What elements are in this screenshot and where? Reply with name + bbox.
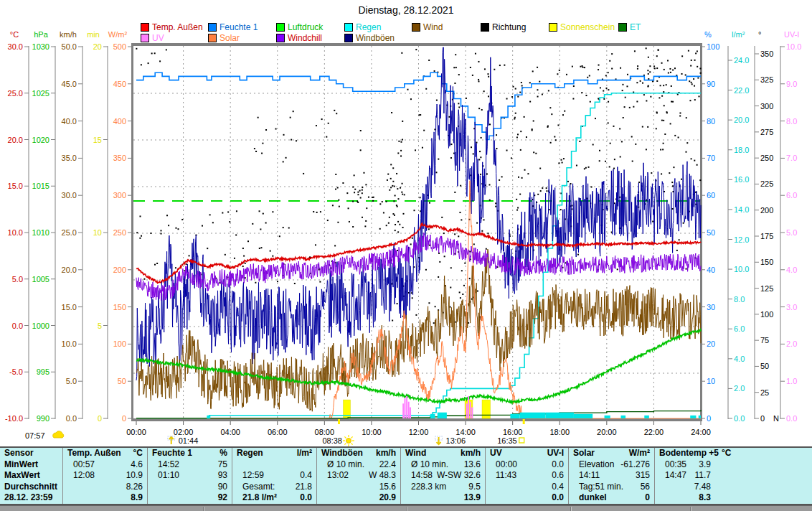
table-col-sensor: SensorMinWertMaxWertDurchschnitt28.12. 2…: [0, 448, 63, 504]
axis-tick-label: 8.0: [734, 295, 745, 304]
axis-tick-label: 6.0: [786, 191, 797, 200]
axis-tick-label: 4.0: [734, 355, 745, 363]
table-cell-value: W-SW 32.6: [435, 470, 481, 482]
axis-tick-label: 10.0: [62, 339, 77, 348]
x-tick-label: 12:00: [409, 428, 429, 436]
axis-tick-label: 150: [113, 303, 126, 311]
series-feuchte1: [136, 72, 701, 139]
astro-event-moonrise: 01:44: [168, 436, 199, 445]
axis-tick-label: 14.0: [734, 205, 749, 214]
table-row-label: MinWert: [4, 459, 38, 471]
table-cell-value: 3.9: [689, 459, 808, 471]
table-cell-value: 9.5: [449, 482, 481, 493]
axis-tick-label: 15.0: [8, 182, 23, 190]
table-col-solar: SolarW/m²Elevation-61.27614:11315Tag:51 …: [569, 448, 655, 504]
axis-tick-label: 1.0: [786, 377, 797, 385]
axis-tick-label: 0: [98, 414, 102, 423]
axis-tick-label: 0.0: [12, 322, 23, 330]
table-group-title: Solar: [573, 448, 595, 459]
table-col-wind: Windkm/hØ 10 min.13.614:58W-SW 32.6228.3…: [401, 448, 486, 504]
axis-tick-label: 30.0: [62, 191, 77, 200]
axis-tick-label: 5.0: [786, 228, 797, 237]
axis-tick-label: 50: [707, 228, 715, 237]
table-cell-time: 13:02: [321, 470, 349, 482]
axis-tick-label: 50.0: [62, 42, 77, 51]
axis-tick-label: 0: [760, 414, 765, 423]
axis-tick-label: 22.0: [734, 86, 749, 95]
table-cell-time: 01:10: [152, 470, 179, 482]
axis-tick-label: 25.0: [62, 228, 77, 237]
axis-tick-label: 0: [707, 414, 711, 423]
axis-tick-label: 20.0: [62, 266, 77, 274]
axis-Wm: 050100150200250300350400450500W/m²: [108, 30, 132, 423]
axis-tick-label: 275: [760, 128, 773, 136]
axis-hPa: 9909951000100510101015102010251030hPa: [32, 30, 55, 423]
axis-tick-label: 100: [707, 42, 719, 51]
svg-text:07:57: 07:57: [25, 431, 45, 440]
axis-tick-label: 20: [93, 42, 102, 51]
axis-tick-label: 70: [707, 154, 715, 162]
table-cell-time: dunkel: [573, 492, 607, 504]
axis-tick-label: 30: [707, 303, 715, 311]
axis-unit-label: UV-I: [784, 30, 799, 39]
x-tick-label: 18:00: [549, 428, 570, 436]
table-cell-value: 15.6: [330, 482, 396, 493]
axis-tick-label: 1005: [32, 275, 49, 283]
axis-tick-label: 7.0: [786, 154, 797, 162]
table-cell-time: 21.8 l/m²: [237, 492, 277, 504]
axis-tick-label: 350: [760, 50, 773, 58]
axis-unit-label: km/h: [60, 30, 77, 39]
axis-tick-label: 24.0: [734, 56, 749, 65]
table-cell-value: 21.8: [278, 482, 312, 493]
axis-tick-label: 20: [707, 339, 715, 348]
axis-tick-label: 0.0: [786, 414, 797, 423]
axis-tick-label: 5.0: [12, 275, 23, 283]
axis-kmh: 0.05.010.015.020.025.030.035.040.045.050…: [60, 30, 82, 423]
axis-tick-label: 10: [93, 228, 102, 237]
table-cell-value: 10.9: [98, 470, 143, 482]
axis-unit-label: min: [87, 30, 100, 39]
axis-tick-label: 20.0: [8, 136, 23, 144]
table-cell-value: 315: [603, 470, 650, 482]
axis-tick-label: 5.0: [66, 377, 77, 385]
table-cell-time: 14:58: [405, 470, 433, 482]
axis-tick-label: 10.0: [734, 265, 749, 273]
axis-tick-label: 100: [113, 339, 126, 348]
axis-tick-label: 12.0: [734, 235, 749, 244]
axis-tick-label: 2.0: [786, 339, 797, 348]
axis-unit-label: l/m²: [732, 30, 745, 39]
axis-tick-label: 250: [760, 154, 773, 162]
weather-app-window: Dienstag, 28.12.2021 Temp. AußenFeuchte …: [0, 0, 812, 511]
axis-tick-label: 0.0: [734, 414, 745, 423]
weather-chart: -10.0-5.00.05.010.015.020.025.030.0°C990…: [0, 0, 812, 446]
table-row-label: Durchschnitt: [4, 482, 57, 493]
table-cell-value: 0.4: [499, 482, 564, 493]
table-cell-time: 00:35: [659, 459, 686, 471]
axis-tick-label: 325: [760, 75, 773, 84]
table-cell-time: [152, 482, 158, 493]
axis-tick-label: 25: [760, 388, 769, 397]
axis-°C: -10.0-5.00.05.010.015.020.025.030.0°C: [5, 30, 29, 423]
table-group-title: Feuchte 1: [152, 448, 192, 459]
table-group-unit: km/h: [366, 448, 396, 459]
axis-tick-label: 25.0: [8, 89, 23, 98]
table-col-feuchte-1: Feuchte 1%14:527501:10939092: [148, 448, 232, 504]
table-cell-value: 4.6: [98, 459, 143, 471]
bottom-bar-divider: [570, 507, 572, 511]
axis-tick-label: 80: [707, 117, 715, 126]
axis-tick-label: 300: [113, 191, 126, 200]
table-col-regen: Regenl/m²12:590.4Gesamt:21.821.8 l/m²0.0: [232, 448, 317, 504]
axis-tick-label: 75: [760, 336, 769, 344]
table-group-unit: km/h: [429, 448, 481, 459]
table-row-label: MaxWert: [4, 470, 40, 482]
table-cell-value: 0.4: [267, 470, 312, 482]
axis-min: 05101520min: [87, 30, 108, 423]
x-tick-label: 02:00: [174, 428, 194, 436]
table-cell-time: [321, 482, 327, 493]
axis-tick-label: 125: [760, 284, 773, 293]
table-cell-time: Ø 10 min.: [321, 459, 364, 471]
axis-unit-label: °: [758, 30, 761, 39]
table-cell-time: [67, 492, 73, 504]
axis-tick-label: 2.0: [734, 384, 745, 393]
table-cell-value: 8.9: [76, 492, 143, 504]
